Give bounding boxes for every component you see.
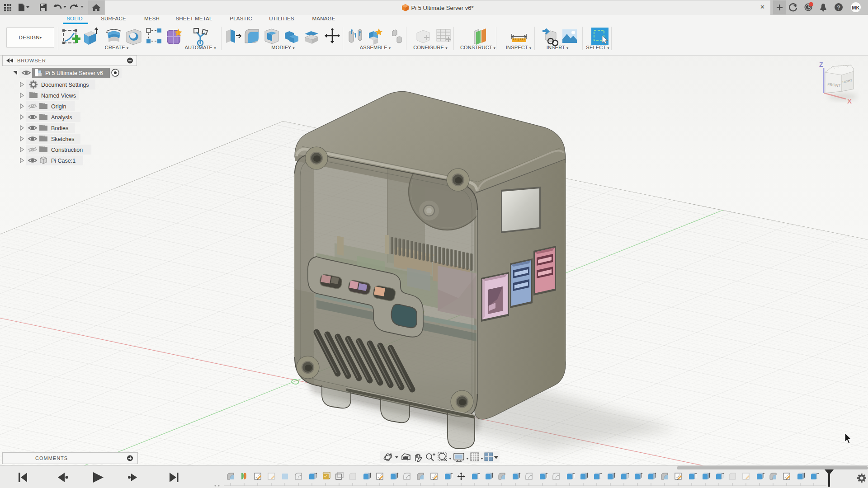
svg-text:Origin: Origin [51, 103, 66, 110]
svg-text:Analysis: Analysis [51, 114, 72, 121]
svg-text:?: ? [837, 4, 840, 11]
svg-text:X: X [847, 97, 852, 105]
svg-text:MK: MK [852, 5, 860, 10]
svg-text:Construction: Construction [51, 147, 83, 153]
svg-text:Sketches: Sketches [51, 136, 74, 142]
svg-text:Pi Case:1: Pi Case:1 [51, 158, 75, 164]
svg-text:Z: Z [819, 61, 823, 68]
svg-text:Bodies: Bodies [51, 125, 68, 131]
svg-text:Document Settings: Document Settings [41, 82, 89, 88]
svg-text:Named Views: Named Views [41, 93, 76, 99]
svg-text:Pi 5 Ultimate Server v6: Pi 5 Ultimate Server v6 [45, 70, 103, 76]
